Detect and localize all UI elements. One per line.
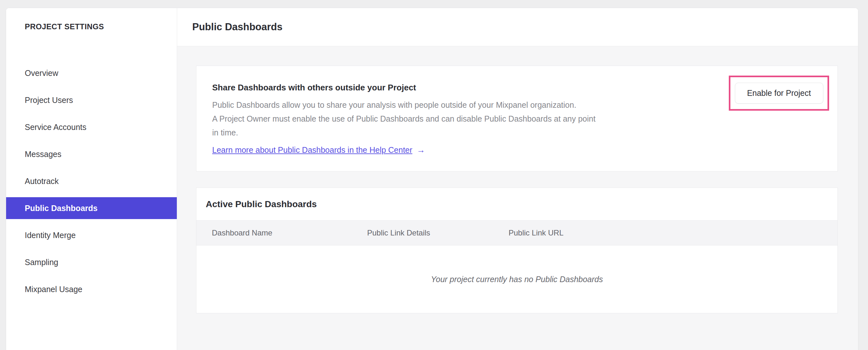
sidebar-item-project-users[interactable]: Project Users [6, 89, 177, 111]
share-dashboards-card: Share Dashboards with others outside you… [196, 66, 838, 172]
empty-state-message: Your project currently has no Public Das… [196, 245, 837, 313]
sidebar-title: PROJECT SETTINGS [25, 22, 104, 31]
share-card-description: Public Dashboards allow you to share you… [212, 98, 595, 140]
share-card-heading: Share Dashboards with others outside you… [212, 83, 416, 93]
sidebar-nav: Overview Project Users Service Accounts … [6, 62, 177, 305]
share-card-description-line: A Project Owner must enable the use of P… [212, 112, 595, 126]
annotation-highlight-box: Enable for Project [729, 76, 829, 111]
sidebar-item-service-accounts[interactable]: Service Accounts [6, 116, 177, 138]
main-area: Public Dashboards Share Dashboards with … [177, 8, 858, 350]
column-header-public-link-url: Public Link URL [508, 221, 563, 245]
page: PROJECT SETTINGS Overview Project Users … [0, 0, 868, 350]
main-header: Public Dashboards [177, 8, 858, 46]
help-center-link-row: Learn more about Public Dashboards in th… [212, 145, 425, 155]
sidebar-item-overview[interactable]: Overview [6, 62, 177, 84]
sidebar-item-sampling[interactable]: Sampling [6, 251, 177, 273]
active-dashboards-title: Active Public Dashboards [206, 199, 317, 209]
settings-panel: PROJECT SETTINGS Overview Project Users … [6, 8, 858, 350]
help-center-link[interactable]: Learn more about Public Dashboards in th… [212, 145, 412, 155]
enable-for-project-button[interactable]: Enable for Project [735, 83, 823, 104]
sidebar-item-autotrack[interactable]: Autotrack [6, 170, 177, 192]
sidebar-item-messages[interactable]: Messages [6, 143, 177, 165]
sidebar-item-mixpanel-usage[interactable]: Mixpanel Usage [6, 278, 177, 300]
share-card-description-line: Public Dashboards allow you to share you… [212, 98, 595, 112]
sidebar-item-public-dashboards[interactable]: Public Dashboards [6, 197, 177, 219]
column-header-public-link-details: Public Link Details [367, 221, 430, 245]
sidebar: PROJECT SETTINGS Overview Project Users … [6, 8, 177, 350]
share-card-description-line: in time. [212, 126, 595, 140]
active-dashboards-title-row: Active Public Dashboards [196, 188, 837, 221]
content-area: Share Dashboards with others outside you… [177, 46, 858, 350]
dashboards-table-header: Dashboard Name Public Link Details Publi… [196, 221, 837, 245]
page-title: Public Dashboards [192, 21, 283, 33]
column-header-dashboard-name: Dashboard Name [212, 221, 272, 245]
sidebar-item-identity-merge[interactable]: Identity Merge [6, 224, 177, 246]
arrow-right-icon: → [417, 145, 425, 155]
active-dashboards-card: Active Public Dashboards Dashboard Name … [196, 187, 838, 313]
